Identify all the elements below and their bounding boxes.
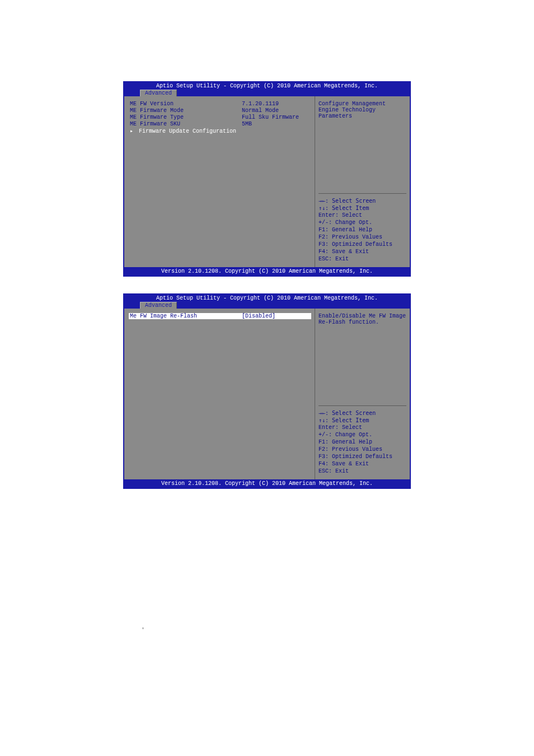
help-description: Configure Management Engine Technology P… [318, 101, 406, 193]
keyhelp-esc: ESC: Exit [318, 255, 406, 263]
keyhelp-f4: F4: Save & Exit [318, 460, 406, 468]
footer-bar: Version 2.10.1208. Copyright (C) 2010 Am… [124, 479, 410, 488]
keyhelp-select-screen: →←: Select Screen [318, 197, 406, 204]
setting-label: Me FW Image Re-Flash [130, 313, 242, 319]
keyhelp-enter: Enter: Select [318, 212, 406, 219]
setting-row-highlighted[interactable]: Me FW Image Re-Flash [Disabled] [129, 313, 311, 319]
keyhelp-f3: F3: Optimized Defaults [318, 453, 406, 460]
page-footnote: , [142, 623, 411, 629]
help-description: Enable/Disable Me FW Image Re-Flash func… [318, 313, 406, 405]
submenu-label: Firmware Update Configuration [139, 128, 236, 134]
left-panel: Me FW Image Re-Flash [Disabled] [124, 309, 315, 479]
setting-row: ME Firmware Type Full Sku Firmware [130, 114, 311, 120]
header-bar: Aptio Setup Utility - Copyright (C) 2010… [124, 295, 410, 302]
right-panel: Enable/Disable Me FW Image Re-Flash func… [315, 309, 410, 479]
setting-label: ME FW Version [130, 101, 242, 107]
setting-row: ME FW Version 7.1.20.1119 [130, 101, 311, 107]
submenu-row[interactable]: ▸ Firmware Update Configuration [130, 128, 311, 134]
right-panel: Configure Management Engine Technology P… [315, 96, 410, 267]
keyhelp-esc: ESC: Exit [318, 468, 406, 475]
keyhelp-enter: Enter: Select [318, 424, 406, 431]
setting-label: ME Firmware SKU [130, 121, 242, 127]
setting-value: Full Sku Firmware [242, 114, 311, 120]
content-area: ME FW Version 7.1.20.1119 ME Firmware Mo… [124, 96, 410, 267]
setting-row: ME Firmware SKU 5MB [130, 121, 311, 127]
content-area: Me FW Image Re-Flash [Disabled] Enable/D… [124, 309, 410, 479]
key-help: →←: Select Screen ↑↓: Select Item Enter:… [318, 193, 406, 263]
setting-label: ME Firmware Mode [130, 108, 242, 114]
bios-window-1: Aptio Setup Utility - Copyright (C) 2010… [123, 81, 411, 277]
keyhelp-f1: F1: General Help [318, 226, 406, 234]
keyhelp-f2: F2: Previous Values [318, 446, 406, 453]
footer-bar: Version 2.10.1208. Copyright (C) 2010 Am… [124, 267, 410, 276]
setting-value: [Disabled] [242, 313, 311, 319]
setting-value: Normal Mode [242, 108, 311, 114]
setting-value: 7.1.20.1119 [242, 101, 311, 107]
keyhelp-change: +/-: Change Opt. [318, 219, 406, 226]
header-bar: Aptio Setup Utility - Copyright (C) 2010… [124, 82, 410, 90]
bios-window-2: Aptio Setup Utility - Copyright (C) 2010… [123, 293, 411, 489]
keyhelp-select-item: ↑↓: Select Item [318, 417, 406, 424]
footer-version: Version 2.10.1208. Copyright (C) 2010 Am… [161, 268, 373, 274]
keyhelp-f1: F1: General Help [318, 438, 406, 446]
setting-value: 5MB [242, 121, 311, 127]
keyhelp-select-screen: →←: Select Screen [318, 409, 406, 417]
submenu-arrow-icon: ▸ [130, 128, 135, 134]
header-title: Aptio Setup Utility - Copyright (C) 2010… [156, 295, 378, 301]
tab-advanced[interactable]: Advanced [140, 302, 177, 309]
left-panel: ME FW Version 7.1.20.1119 ME Firmware Mo… [124, 96, 315, 267]
key-help: →←: Select Screen ↑↓: Select Item Enter:… [318, 405, 406, 475]
keyhelp-f3: F3: Optimized Defaults [318, 241, 406, 248]
setting-label: ME Firmware Type [130, 114, 242, 120]
tab-row: Advanced [124, 90, 410, 96]
header-title: Aptio Setup Utility - Copyright (C) 2010… [156, 83, 378, 89]
setting-row: ME Firmware Mode Normal Mode [130, 108, 311, 114]
keyhelp-f4: F4: Save & Exit [318, 248, 406, 255]
tab-advanced[interactable]: Advanced [140, 90, 177, 96]
footer-version: Version 2.10.1208. Copyright (C) 2010 Am… [161, 480, 373, 487]
keyhelp-select-item: ↑↓: Select Item [318, 204, 406, 212]
keyhelp-f2: F2: Previous Values [318, 234, 406, 241]
keyhelp-change: +/-: Change Opt. [318, 431, 406, 438]
tab-row: Advanced [124, 302, 410, 309]
